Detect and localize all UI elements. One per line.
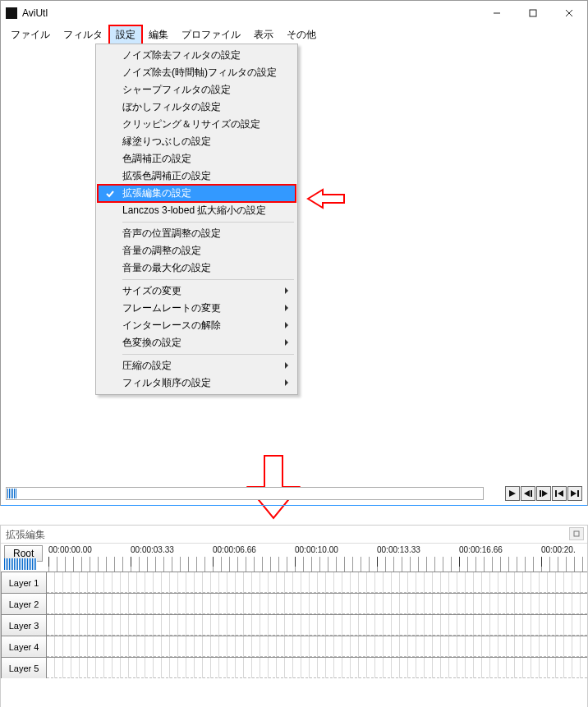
- submenu-arrow-icon: [284, 303, 289, 314]
- svg-rect-1: [530, 10, 536, 16]
- menu-item-Lanczos 3-lobed 拡大縮小の設定[interactable]: Lanczos 3-lobed 拡大縮小の設定: [98, 202, 296, 219]
- ruler-major-tick: [131, 557, 131, 567]
- menu-item-label: 音量の調整の設定: [122, 244, 201, 258]
- ruler-label: 00:00:00.00: [48, 545, 92, 554]
- check-icon: [103, 187, 117, 200]
- menu-item-ノイズ除去フィルタの設定[interactable]: ノイズ除去フィルタの設定: [98, 47, 296, 64]
- menu-item-色変換の設定[interactable]: 色変換の設定: [98, 334, 296, 351]
- menu-profile[interactable]: プロファイル: [175, 25, 247, 44]
- svg-rect-4: [531, 490, 532, 497]
- ruler-label: 00:00:16.66: [459, 545, 503, 554]
- seek-bar[interactable]: [6, 487, 484, 500]
- ruler-label: 00:00:20.: [541, 545, 576, 554]
- menu-item-label: 音声の位置調整の設定: [122, 227, 221, 241]
- menu-item-フィルタ順序の設定[interactable]: フィルタ順序の設定: [98, 374, 296, 392]
- titlebar: AviUtl: [1, 1, 587, 25]
- layer-track[interactable]: [47, 636, 587, 657]
- layer-label[interactable]: Layer 1: [1, 572, 47, 593]
- timeline-ruler[interactable]: 00:00:00.0000:00:03.3300:00:06.6600:00:1…: [48, 545, 587, 572]
- ruler-major-tick: [295, 557, 296, 567]
- menu-item-シャープフィルタの設定[interactable]: シャープフィルタの設定: [98, 81, 296, 99]
- menu-filter[interactable]: フィルタ: [57, 25, 109, 44]
- menu-item-サイズの変更[interactable]: サイズの変更: [98, 282, 296, 300]
- divider: [1, 505, 587, 506]
- menu-item-label: 拡張編集の設定: [122, 186, 191, 200]
- submenu-arrow-icon: [284, 337, 289, 349]
- window-controls: [479, 1, 587, 25]
- seek-handle[interactable]: [7, 489, 17, 498]
- layer-row[interactable]: Layer 1: [1, 572, 587, 593]
- menu-item-label: インターレースの解除: [122, 319, 221, 333]
- annotation-arrow-left: [306, 186, 346, 213]
- menu-item-拡張色調補正の設定[interactable]: 拡張色調補正の設定: [98, 168, 296, 185]
- menu-item-label: 拡張色調補正の設定: [122, 169, 211, 183]
- menu-edit[interactable]: 編集: [142, 25, 175, 44]
- submenu-arrow-icon: [284, 320, 289, 332]
- layer-track[interactable]: [47, 594, 587, 614]
- menu-item-クリッピング＆リサイズの設定[interactable]: クリッピング＆リサイズの設定: [98, 116, 296, 133]
- menu-item-label: フレームレートの変更: [122, 301, 221, 315]
- extended-edit-title-text: 拡張編集: [6, 529, 45, 540]
- layer-label[interactable]: Layer 2: [1, 594, 47, 614]
- layer-label[interactable]: Layer 3: [1, 615, 47, 636]
- menu-separator: [122, 354, 294, 355]
- menu-item-フレームレートの変更[interactable]: フレームレートの変更: [98, 300, 296, 317]
- svg-rect-7: [577, 490, 579, 497]
- menu-other[interactable]: その他: [280, 25, 323, 44]
- menu-item-圧縮の設定[interactable]: 圧縮の設定: [98, 357, 296, 374]
- app-icon: [6, 7, 17, 19]
- layer-row[interactable]: Layer 3: [1, 614, 587, 636]
- menu-item-音声の位置調整の設定[interactable]: 音声の位置調整の設定: [98, 225, 296, 242]
- svg-rect-5: [540, 490, 541, 497]
- layer-label[interactable]: Layer 4: [1, 636, 47, 657]
- layer-row[interactable]: Layer 2: [1, 593, 587, 614]
- go-start-button[interactable]: [552, 486, 567, 501]
- menu-item-label: ノイズ除去(時間軸)フィルタの設定: [122, 66, 277, 80]
- submenu-arrow-icon: [284, 286, 289, 297]
- layers: Layer 1Layer 2Layer 3Layer 4Layer 5: [1, 572, 587, 678]
- extended-edit-window: 拡張編集 Root 00:00:00.0000:00:03.3300:00:06…: [0, 525, 588, 707]
- menu-item-拡張編集の設定[interactable]: 拡張編集の設定: [98, 185, 296, 202]
- main-window: AviUtl ファイル フィルタ 設定 編集 プロファイル 表示 その他 ノイズ…: [0, 0, 588, 506]
- menu-item-音量の調整の設定[interactable]: 音量の調整の設定: [98, 242, 296, 259]
- menu-settings[interactable]: 設定: [109, 25, 142, 44]
- step-back-button[interactable]: [521, 486, 535, 501]
- layer-row[interactable]: Layer 5: [1, 657, 587, 678]
- menu-item-label: シャープフィルタの設定: [122, 83, 231, 97]
- menu-item-音量の最大化の設定[interactable]: 音量の最大化の設定: [98, 259, 296, 277]
- step-fwd-button[interactable]: [536, 486, 551, 501]
- menu-file[interactable]: ファイル: [4, 25, 57, 44]
- svg-rect-6: [555, 490, 557, 497]
- ruler-major-tick: [459, 557, 460, 567]
- menu-item-ぼかしフィルタの設定[interactable]: ぼかしフィルタの設定: [98, 99, 296, 116]
- menu-item-縁塗りつぶしの設定[interactable]: 縁塗りつぶしの設定: [98, 133, 296, 150]
- svg-rect-8: [574, 531, 579, 536]
- timeline[interactable]: Root 00:00:00.0000:00:03.3300:00:06.6600…: [1, 544, 587, 707]
- menu-item-インターレースの解除[interactable]: インターレースの解除: [98, 317, 296, 334]
- menu-view[interactable]: 表示: [247, 25, 280, 44]
- layer-label[interactable]: Layer 5: [1, 658, 47, 678]
- menu-item-色調補正の設定[interactable]: 色調補正の設定: [98, 150, 296, 168]
- layer-track[interactable]: [47, 658, 587, 678]
- menu-separator: [122, 222, 294, 223]
- timeline-clip[interactable]: [4, 558, 37, 570]
- menu-item-label: サイズの変更: [122, 284, 181, 298]
- maximize-button[interactable]: [515, 1, 551, 25]
- menu-item-label: 色変換の設定: [122, 336, 181, 350]
- go-end-button[interactable]: [567, 486, 582, 501]
- layer-track[interactable]: [47, 572, 587, 593]
- menubar: ファイル フィルタ 設定 編集 プロファイル 表示 その他: [1, 25, 587, 44]
- play-button[interactable]: [505, 486, 520, 501]
- extended-edit-close-button[interactable]: [569, 527, 584, 540]
- menu-item-label: ノイズ除去フィルタの設定: [122, 48, 241, 62]
- menu-item-label: 圧縮の設定: [122, 359, 172, 373]
- ruler-major-tick: [48, 557, 49, 567]
- submenu-arrow-icon: [284, 378, 289, 389]
- settings-dropdown: ノイズ除去フィルタの設定ノイズ除去(時間軸)フィルタの設定シャープフィルタの設定…: [95, 44, 298, 395]
- minimize-button[interactable]: [479, 1, 515, 25]
- layer-track[interactable]: [47, 615, 587, 636]
- layer-row[interactable]: Layer 4: [1, 636, 587, 657]
- close-button[interactable]: [551, 1, 587, 25]
- menu-item-ノイズ除去(時間軸)フィルタの設定[interactable]: ノイズ除去(時間軸)フィルタの設定: [98, 64, 296, 81]
- submenu-arrow-icon: [284, 360, 289, 372]
